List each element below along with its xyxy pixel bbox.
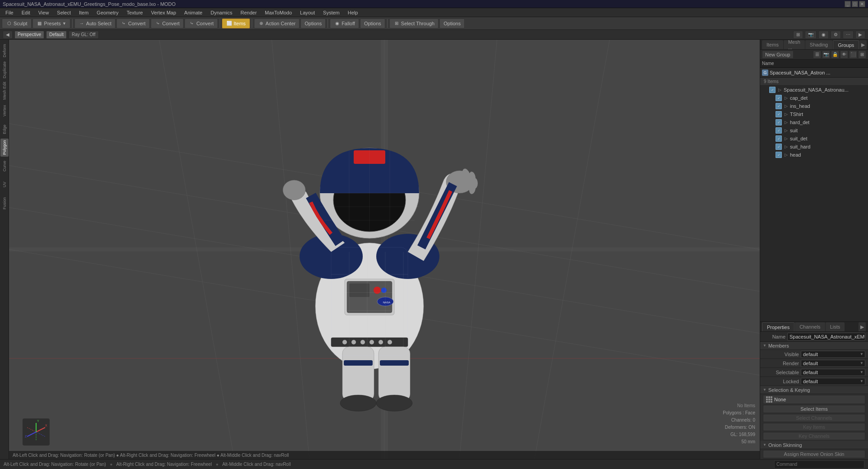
key-items-button[interactable]: Key Items [763, 423, 865, 431]
viewport-prev-button[interactable]: ◀ [3, 31, 13, 39]
viewport-default-button[interactable]: Default [46, 31, 67, 39]
menu-help[interactable]: Help [344, 9, 362, 16]
maximize-button[interactable]: □ [852, 1, 858, 7]
viewport-dots-button[interactable]: ⋯ [843, 31, 854, 39]
tool-polygon[interactable]: Polygon [0, 139, 9, 157]
visibility-check-0[interactable]: ✓ [769, 87, 776, 93]
tab-groups[interactable]: Groups [833, 40, 859, 49]
select-channels-button[interactable]: Select Channels [763, 414, 865, 422]
viewport-expand-button[interactable]: ▶ [855, 31, 865, 39]
tool-vertex[interactable]: Vertex [0, 102, 9, 120]
scene-item-4[interactable]: ✓ ▷ hard_det [760, 118, 868, 126]
key-channels-button[interactable]: Key Channels [763, 432, 865, 440]
viewport-sphere-button[interactable]: ◉ [818, 31, 829, 39]
props-tab-channels[interactable]: Channels [795, 322, 825, 331]
viewport-grid-button[interactable]: ⊞ [793, 31, 803, 39]
scene-item-8[interactable]: ✓ ▷ head [760, 151, 868, 159]
visibility-check-1[interactable]: ✓ [776, 95, 782, 101]
viewport-raygl-button[interactable]: Ray GL: Off [69, 31, 99, 39]
menu-edit[interactable]: Edit [18, 9, 34, 16]
menu-geometry[interactable]: Geometry [93, 9, 122, 16]
falloff-button[interactable]: ◉ Falloff [330, 19, 359, 28]
eye-icon-button[interactable]: 👁 [840, 51, 848, 59]
tool-deform[interactable]: Deform [0, 42, 9, 60]
new-group-button[interactable]: New Group [762, 51, 794, 59]
name-prop-value[interactable]: Spacesuit_NASA_Astronaut_xEMU [787, 333, 865, 341]
menu-maxtomodo[interactable]: MaxToModo [261, 9, 295, 16]
menu-file[interactable]: File [2, 9, 17, 16]
selection-keying-header[interactable]: Selection & Keying [760, 386, 868, 394]
items-button[interactable]: ⬜ Items [222, 19, 250, 28]
tab-items[interactable]: Items [762, 40, 783, 49]
convert3-button[interactable]: ⤷ Convert [185, 19, 218, 28]
visibility-check-2[interactable]: ✓ [776, 103, 782, 109]
render-icon-button[interactable]: ⬛ [849, 51, 857, 59]
tool-curve[interactable]: Curve [0, 157, 9, 175]
command-bar[interactable] [774, 460, 864, 469]
scene-items-list[interactable]: ✓ ▷ Spacesuit_NASA_Astronau... ✓ ▷ cap_d… [760, 86, 868, 321]
visibility-check-8[interactable]: ✓ [776, 152, 782, 158]
scene-item-2[interactable]: ✓ ▷ ins_head [760, 102, 868, 110]
presets-button[interactable]: ▦ Presets ▼ [32, 19, 70, 28]
props-tab-lists[interactable]: Lists [826, 322, 845, 331]
menu-system[interactable]: System [319, 9, 343, 16]
scene-item-5[interactable]: ✓ ▷ suit [760, 126, 868, 135]
list-icon-button[interactable]: ☰ [813, 51, 821, 59]
viewport-settings-button[interactable]: ⚙ [831, 31, 841, 39]
menu-item[interactable]: Item [75, 9, 92, 16]
visibility-check-5[interactable]: ✓ [776, 127, 782, 134]
visible-dropdown[interactable]: default [801, 351, 865, 358]
props-tab-expand[interactable]: ▶ [859, 322, 866, 331]
tab-mesh[interactable]: Mesh ... [784, 40, 805, 49]
tool-uv[interactable]: UV [0, 176, 9, 194]
tab-shading[interactable]: Shading [805, 40, 832, 49]
scene-item-6[interactable]: ✓ ▷ suit_det [760, 135, 868, 143]
sculpt-button[interactable]: ⬡ Sculpt [2, 19, 32, 28]
render-dropdown[interactable]: default [801, 360, 865, 367]
visibility-check-4[interactable]: ✓ [776, 119, 782, 125]
viewport-3d[interactable]: NASA [9, 40, 760, 459]
menu-select[interactable]: Select [53, 9, 74, 16]
select-through-button[interactable]: ⊞ Select Through [389, 19, 439, 28]
scene-item-3[interactable]: ✓ ▷ TShirt [760, 110, 868, 118]
lock-icon-button[interactable]: 🔒 [831, 51, 839, 59]
visibility-check-6[interactable]: ✓ [776, 135, 782, 142]
assign-remove-onion-button[interactable]: Assign Remove Onion Skin [763, 450, 865, 458]
menu-render[interactable]: Render [237, 9, 260, 16]
none-button[interactable]: None [763, 395, 865, 404]
viewport-perspective-button[interactable]: Perspective [14, 31, 44, 39]
selectable-dropdown[interactable]: default [801, 369, 865, 376]
minimize-button[interactable]: _ [845, 1, 851, 7]
menu-view[interactable]: View [35, 9, 53, 16]
viewport-camera-button[interactable]: 📷 [805, 31, 817, 39]
menu-dynamics[interactable]: Dynamics [207, 9, 236, 16]
convert2-button[interactable]: ⤷ Convert [151, 19, 184, 28]
props-tab-properties[interactable]: Properties [762, 322, 794, 331]
scene-item-1[interactable]: ✓ ▷ cap_det [760, 94, 868, 102]
select-items-button[interactable]: Select Items [763, 405, 865, 413]
tool-duplicate[interactable]: Duplicate [0, 60, 9, 80]
menu-texture[interactable]: Texture [123, 9, 147, 16]
options3-button[interactable]: Options [439, 19, 465, 28]
locked-dropdown[interactable]: default [801, 378, 865, 385]
convert1-button[interactable]: ⤷ Convert [116, 19, 150, 28]
tool-fusion[interactable]: Fusion [0, 194, 9, 212]
expand-icon-button[interactable]: ⊞ [858, 51, 866, 59]
options2-button[interactable]: Options [360, 19, 385, 28]
menu-vertexmap[interactable]: Vertex Map [148, 9, 180, 16]
tab-expand[interactable]: ▶ [859, 40, 867, 49]
action-center-button[interactable]: ⊕ Action Center [254, 19, 300, 28]
onion-skinning-header[interactable]: Onion Skinning [760, 441, 868, 449]
visibility-check-3[interactable]: ✓ [776, 111, 782, 117]
menu-layout[interactable]: Layout [296, 9, 319, 16]
scene-item-0[interactable]: ✓ ▷ Spacesuit_NASA_Astronau... [760, 86, 868, 94]
command-input[interactable] [776, 462, 862, 467]
close-button[interactable]: ✕ [859, 1, 865, 7]
tool-mesh-edit[interactable]: Mesh Edit [0, 80, 9, 101]
tool-edge[interactable]: Edge [0, 120, 9, 138]
group-root-item[interactable]: G Spacesuit_NASA_Astron ... [760, 68, 868, 78]
options1-button[interactable]: Options [300, 19, 326, 28]
members-section-header[interactable]: Members [760, 342, 868, 350]
window-controls[interactable]: _ □ ✕ [845, 1, 865, 7]
scene-item-7[interactable]: ✓ ▷ suit_hard [760, 143, 868, 151]
